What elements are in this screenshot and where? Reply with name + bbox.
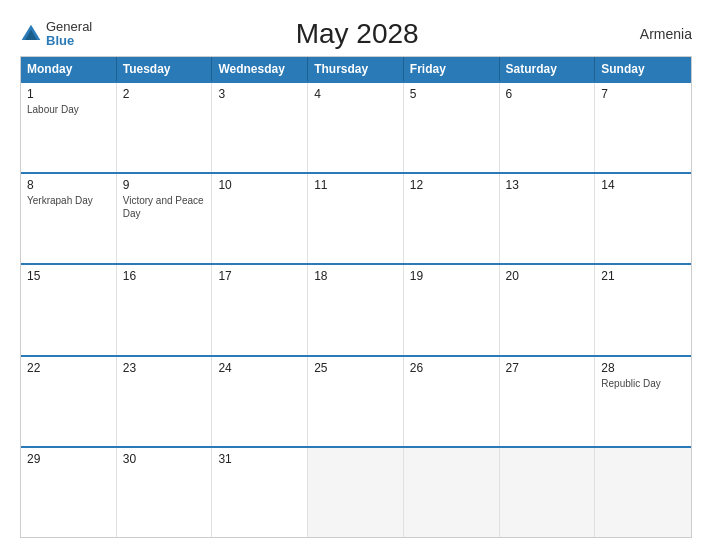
day-cell: 29 xyxy=(21,448,117,537)
logo-general: General xyxy=(46,20,92,34)
day-cell: 9Victory and Peace Day xyxy=(117,174,213,263)
col-header-tuesday: Tuesday xyxy=(117,57,213,81)
day-cell: 21 xyxy=(595,265,691,354)
day-cell: 15 xyxy=(21,265,117,354)
day-cell: 14 xyxy=(595,174,691,263)
week-row-3: 15161718192021 xyxy=(21,263,691,354)
day-number: 7 xyxy=(601,87,685,101)
day-cell: 20 xyxy=(500,265,596,354)
day-cell: 11 xyxy=(308,174,404,263)
week-row-5: 293031 xyxy=(21,446,691,537)
day-cell: 3 xyxy=(212,83,308,172)
day-cell: 7 xyxy=(595,83,691,172)
calendar-grid: MondayTuesdayWednesdayThursdayFridaySatu… xyxy=(20,56,692,538)
day-cell: 12 xyxy=(404,174,500,263)
col-header-saturday: Saturday xyxy=(500,57,596,81)
day-number: 20 xyxy=(506,269,589,283)
column-headers: MondayTuesdayWednesdayThursdayFridaySatu… xyxy=(21,57,691,81)
day-cell xyxy=(308,448,404,537)
week-row-1: 1Labour Day234567 xyxy=(21,81,691,172)
day-cell: 18 xyxy=(308,265,404,354)
day-number: 5 xyxy=(410,87,493,101)
day-number: 29 xyxy=(27,452,110,466)
country-label: Armenia xyxy=(622,26,692,42)
header: General Blue May 2028 Armenia xyxy=(20,18,692,50)
day-cell: 30 xyxy=(117,448,213,537)
col-header-wednesday: Wednesday xyxy=(212,57,308,81)
day-cell xyxy=(500,448,596,537)
day-cell: 2 xyxy=(117,83,213,172)
day-number: 22 xyxy=(27,361,110,375)
day-cell: 16 xyxy=(117,265,213,354)
day-cell: 22 xyxy=(21,357,117,446)
day-event: Labour Day xyxy=(27,103,110,116)
day-number: 16 xyxy=(123,269,206,283)
day-number: 6 xyxy=(506,87,589,101)
day-cell: 24 xyxy=(212,357,308,446)
day-number: 12 xyxy=(410,178,493,192)
col-header-sunday: Sunday xyxy=(595,57,691,81)
weeks-container: 1Labour Day2345678Yerkrapah Day9Victory … xyxy=(21,81,691,537)
day-number: 23 xyxy=(123,361,206,375)
logo-icon xyxy=(20,23,42,45)
day-event: Victory and Peace Day xyxy=(123,194,206,220)
day-number: 2 xyxy=(123,87,206,101)
day-number: 8 xyxy=(27,178,110,192)
col-header-friday: Friday xyxy=(404,57,500,81)
day-number: 27 xyxy=(506,361,589,375)
day-cell xyxy=(595,448,691,537)
day-number: 1 xyxy=(27,87,110,101)
day-number: 10 xyxy=(218,178,301,192)
day-number: 4 xyxy=(314,87,397,101)
day-cell: 4 xyxy=(308,83,404,172)
day-number: 9 xyxy=(123,178,206,192)
day-number: 17 xyxy=(218,269,301,283)
day-cell: 6 xyxy=(500,83,596,172)
day-cell: 23 xyxy=(117,357,213,446)
calendar-page: General Blue May 2028 Armenia MondayTues… xyxy=(0,0,712,550)
day-number: 18 xyxy=(314,269,397,283)
day-cell: 25 xyxy=(308,357,404,446)
day-cell: 26 xyxy=(404,357,500,446)
day-number: 3 xyxy=(218,87,301,101)
day-cell: 13 xyxy=(500,174,596,263)
day-number: 25 xyxy=(314,361,397,375)
day-cell: 1Labour Day xyxy=(21,83,117,172)
month-title: May 2028 xyxy=(92,18,622,50)
day-cell: 17 xyxy=(212,265,308,354)
day-cell: 5 xyxy=(404,83,500,172)
day-cell xyxy=(404,448,500,537)
col-header-monday: Monday xyxy=(21,57,117,81)
logo-text: General Blue xyxy=(46,20,92,49)
day-cell: 28Republic Day xyxy=(595,357,691,446)
day-number: 26 xyxy=(410,361,493,375)
day-number: 15 xyxy=(27,269,110,283)
logo: General Blue xyxy=(20,20,92,49)
week-row-2: 8Yerkrapah Day9Victory and Peace Day1011… xyxy=(21,172,691,263)
day-number: 30 xyxy=(123,452,206,466)
day-cell: 8Yerkrapah Day xyxy=(21,174,117,263)
day-number: 11 xyxy=(314,178,397,192)
day-number: 13 xyxy=(506,178,589,192)
col-header-thursday: Thursday xyxy=(308,57,404,81)
day-number: 28 xyxy=(601,361,685,375)
day-cell: 27 xyxy=(500,357,596,446)
week-row-4: 22232425262728Republic Day xyxy=(21,355,691,446)
day-number: 19 xyxy=(410,269,493,283)
day-number: 14 xyxy=(601,178,685,192)
day-number: 21 xyxy=(601,269,685,283)
day-cell: 19 xyxy=(404,265,500,354)
logo-blue: Blue xyxy=(46,34,92,48)
day-event: Yerkrapah Day xyxy=(27,194,110,207)
day-cell: 10 xyxy=(212,174,308,263)
day-number: 24 xyxy=(218,361,301,375)
day-event: Republic Day xyxy=(601,377,685,390)
day-cell: 31 xyxy=(212,448,308,537)
day-number: 31 xyxy=(218,452,301,466)
